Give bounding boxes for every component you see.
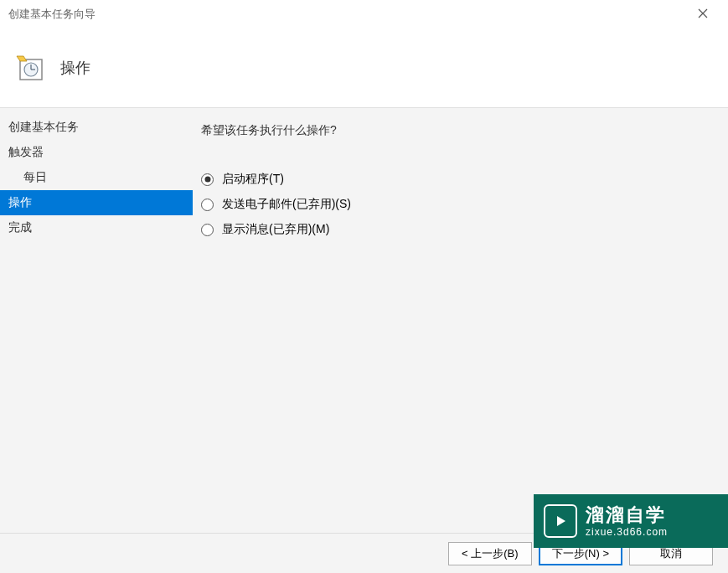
header-title: 操作 [60,58,90,78]
wizard-sidebar: 创建基本任务 触发器 每日 操作 完成 [0,108,193,533]
sidebar-item-create-task[interactable]: 创建基本任务 [0,115,193,140]
titlebar: 创建基本任务向导 [0,0,728,28]
sidebar-item-daily[interactable]: 每日 [0,165,193,190]
task-scheduler-icon [15,53,45,83]
radio-label: 发送电子邮件(已弃用)(S) [222,197,351,212]
radio-display-message[interactable]: 显示消息(已弃用)(M) [201,222,720,237]
play-icon [544,504,577,538]
svg-marker-4 [17,56,27,61]
sidebar-item-finish[interactable]: 完成 [0,215,193,240]
radio-icon [201,173,214,186]
radio-start-program[interactable]: 启动程序(T) [201,172,720,187]
sidebar-item-trigger[interactable]: 触发器 [0,140,193,165]
watermark: 溜溜自学 zixue.3d66.com [534,494,728,548]
radio-icon [201,224,214,236]
watermark-title: 溜溜自学 [586,504,668,526]
content-prompt: 希望该任务执行什么操作? [201,123,720,138]
sidebar-item-action[interactable]: 操作 [0,190,193,215]
radio-icon [201,199,214,211]
wizard-content: 希望该任务执行什么操作? 启动程序(T) 发送电子邮件(已弃用)(S) 显示消息… [193,108,728,533]
radio-send-email[interactable]: 发送电子邮件(已弃用)(S) [201,197,720,212]
back-button[interactable]: < 上一步(B) [448,542,532,565]
wizard-body: 创建基本任务 触发器 每日 操作 完成 希望该任务执行什么操作? 启动程序(T)… [0,108,728,533]
wizard-header: 操作 [0,28,728,108]
close-icon [698,8,708,18]
watermark-url: zixue.3d66.com [586,526,668,538]
radio-label: 启动程序(T) [222,172,284,187]
radio-label: 显示消息(已弃用)(M) [222,222,329,237]
close-button[interactable] [686,7,720,22]
svg-marker-5 [557,516,565,526]
window-title: 创建基本任务向导 [8,7,686,22]
